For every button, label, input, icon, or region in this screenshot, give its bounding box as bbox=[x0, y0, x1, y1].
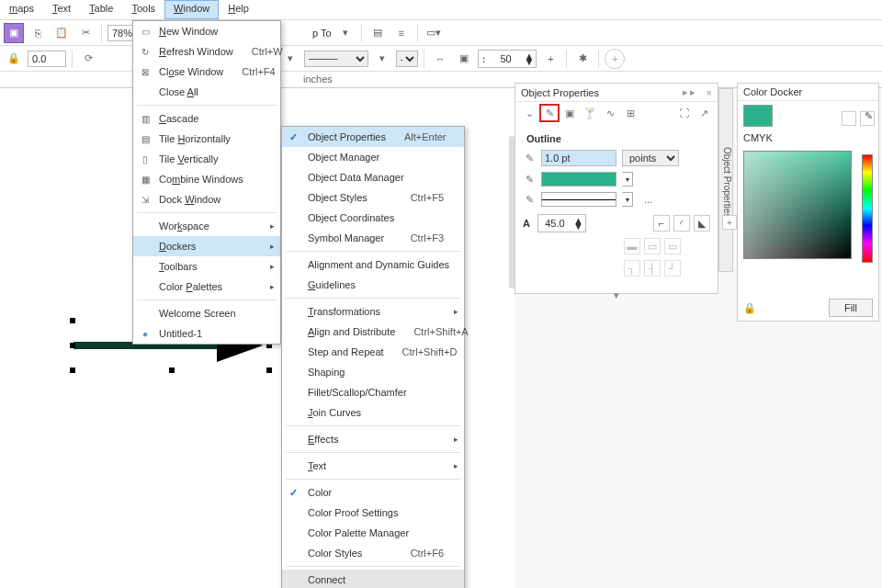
menu-item[interactable]: Align and DistributeCtrl+Shift+A bbox=[282, 322, 464, 342]
corner-round-button[interactable]: ◜ bbox=[673, 215, 690, 232]
launch-icon[interactable]: ▭▾ bbox=[424, 23, 444, 43]
corner-bevel-button[interactable]: ◣ bbox=[694, 215, 710, 232]
tab-fill-icon[interactable]: ▣ bbox=[560, 104, 580, 122]
cut-icon[interactable]: ✂ bbox=[75, 23, 96, 43]
hue-slider[interactable] bbox=[862, 154, 873, 263]
add-circle-icon[interactable]: + bbox=[605, 49, 625, 69]
thin-select[interactable]: – bbox=[396, 51, 418, 67]
menu-item[interactable]: Guidelines bbox=[282, 275, 464, 295]
outline-more-button[interactable]: ... bbox=[644, 194, 652, 205]
menu-item[interactable]: Workspace bbox=[133, 216, 280, 236]
lock-icon[interactable]: 🔒 bbox=[743, 302, 756, 314]
docker-close-icon[interactable]: × bbox=[701, 87, 712, 98]
docker-collapse-icon[interactable]: ▸▸ bbox=[683, 86, 697, 98]
menu-item[interactable]: ✓Object PropertiesAlt+Enter bbox=[282, 127, 464, 147]
tab-transparency-icon[interactable]: 🍸 bbox=[580, 104, 600, 122]
calligraphy-angle-spinner[interactable]: ▲▼ bbox=[537, 214, 586, 232]
current-color-swatch[interactable] bbox=[743, 105, 773, 127]
tab-dimension-icon[interactable]: ⊞ bbox=[620, 104, 640, 122]
plus-icon[interactable]: + bbox=[540, 49, 560, 69]
pos-in-button[interactable]: ┘ bbox=[664, 260, 681, 277]
menu-item[interactable]: ▤Tile Horizontally bbox=[133, 129, 280, 149]
copy-icon[interactable]: ⎘ bbox=[28, 23, 48, 43]
menu-item[interactable]: Dockers bbox=[133, 236, 280, 256]
outline-color-dd-icon[interactable]: ▾ bbox=[622, 172, 633, 187]
thin-dd-icon[interactable]: ▾ bbox=[372, 49, 392, 69]
menu-item[interactable]: Text bbox=[282, 456, 464, 476]
cap-ext-button[interactable]: ▭ bbox=[664, 238, 681, 254]
menu-item[interactable]: ▯Tile Vertically bbox=[133, 149, 280, 169]
color-mode-a-button[interactable] bbox=[842, 111, 856, 126]
app-icon[interactable]: ▣ bbox=[4, 23, 24, 43]
menu-item[interactable]: Connect bbox=[282, 570, 464, 588]
outline-color-swatch[interactable] bbox=[541, 172, 616, 187]
style-dd-icon[interactable]: ▾ bbox=[280, 49, 300, 69]
menu-window[interactable]: Window bbox=[164, 0, 219, 19]
outline-units-select[interactable]: points bbox=[622, 150, 679, 166]
menu-item[interactable]: ⊠Close WindowCtrl+F4 bbox=[133, 62, 280, 82]
tab-export-icon[interactable]: ↗ bbox=[694, 104, 714, 122]
menu-item[interactable]: Shaping bbox=[282, 362, 464, 382]
tab-curve-icon[interactable]: ∿ bbox=[600, 104, 620, 122]
menu-item[interactable]: ▥Cascade bbox=[133, 108, 280, 129]
menu-item[interactable]: Toolbars bbox=[133, 256, 280, 277]
menu-item[interactable]: ↻Refresh WindowCtrl+W bbox=[133, 41, 280, 62]
menu-item[interactable]: Object Manager bbox=[282, 147, 464, 167]
menu-item[interactable]: ▭New Window bbox=[133, 21, 280, 41]
miter-spinner[interactable]: ↕ ▲▼ bbox=[478, 50, 537, 68]
tab-summary-icon[interactable]: ⌄ bbox=[519, 104, 539, 122]
style-icon: ✎ bbox=[523, 194, 536, 206]
menu-item[interactable]: Color Proof Settings bbox=[282, 503, 464, 523]
menu-item[interactable]: Welcome Screen bbox=[133, 303, 280, 323]
menu-item[interactable]: Object StylesCtrl+F5 bbox=[282, 187, 464, 208]
menu-item[interactable]: Step and RepeatCtrl+Shift+D bbox=[282, 342, 464, 362]
color-mode-b-button[interactable] bbox=[860, 111, 875, 126]
menu-item[interactable]: Join Curves bbox=[282, 402, 464, 423]
coord-x-input[interactable] bbox=[28, 51, 66, 67]
menu-item[interactable]: Object Coordinates bbox=[282, 208, 464, 228]
add-docker-button[interactable]: + bbox=[722, 215, 737, 230]
menu-item: ▦Combine Windows bbox=[133, 169, 280, 189]
menu-help[interactable]: Help bbox=[219, 0, 258, 19]
snap-icon[interactable]: ▤ bbox=[368, 23, 388, 43]
menu-table[interactable]: Table bbox=[80, 0, 122, 19]
menu-item[interactable]: Effects bbox=[282, 429, 464, 449]
menu-item[interactable]: Object Data Manager bbox=[282, 167, 464, 187]
menu-item[interactable]: Transformations bbox=[282, 301, 464, 322]
menu-item[interactable]: Alignment and Dynamic Guides bbox=[282, 254, 464, 275]
outline-width-input[interactable] bbox=[541, 150, 616, 166]
menu-item[interactable]: Color Palette Manager bbox=[282, 523, 464, 543]
menu-item[interactable]: ●Untitled-1 bbox=[133, 323, 280, 344]
menu-maps[interactable]: maps bbox=[0, 0, 43, 19]
color-gradient-picker[interactable] bbox=[743, 151, 852, 259]
menu-item[interactable]: Color StylesCtrl+F6 bbox=[282, 543, 464, 563]
lock-icon[interactable]: 🔒 bbox=[4, 49, 24, 69]
tab-link-icon[interactable]: ⛶ bbox=[673, 104, 694, 122]
menu-text[interactable]: Text bbox=[43, 0, 80, 19]
menu-item[interactable]: ✓Color bbox=[282, 482, 464, 503]
outline-style-dd-icon[interactable]: ▾ bbox=[622, 192, 633, 207]
pos-mid-button[interactable]: ┤ bbox=[644, 260, 661, 277]
center-icon[interactable]: ✱ bbox=[572, 49, 593, 69]
object-properties-side-tab[interactable]: Object Properties bbox=[718, 88, 733, 272]
cap-flat-button[interactable]: ▬ bbox=[624, 238, 640, 254]
menu-item[interactable]: Color Palettes bbox=[133, 277, 280, 297]
cap-round-button[interactable]: ▭ bbox=[644, 238, 661, 254]
fill-button[interactable]: Fill bbox=[829, 299, 873, 317]
menu-tools[interactable]: Tools bbox=[122, 0, 164, 19]
wrap-icon[interactable]: ↔ bbox=[430, 49, 450, 69]
wrap2-icon[interactable]: ▣ bbox=[454, 49, 474, 69]
menu-item[interactable]: Close All bbox=[133, 82, 280, 102]
tab-outline-icon[interactable]: ✎ bbox=[539, 104, 560, 122]
menu-item[interactable]: Symbol ManagerCtrl+F3 bbox=[282, 228, 464, 248]
pos-out-button[interactable]: ┐ bbox=[624, 260, 640, 277]
dropdown-icon[interactable]: ▾ bbox=[335, 23, 356, 43]
outline-style-select[interactable] bbox=[541, 192, 616, 207]
line-style-select[interactable]: ──── bbox=[304, 51, 368, 67]
angle-icon[interactable]: ⟳ bbox=[78, 49, 98, 69]
menu-item[interactable]: Fillet/Scallop/Chamfer bbox=[282, 382, 464, 402]
paste-icon[interactable]: 📋 bbox=[51, 23, 72, 43]
section-expander-icon[interactable]: ▾ bbox=[523, 289, 710, 301]
options-icon[interactable]: ≡ bbox=[391, 23, 412, 43]
corner-miter-button[interactable]: ⌐ bbox=[653, 215, 670, 232]
